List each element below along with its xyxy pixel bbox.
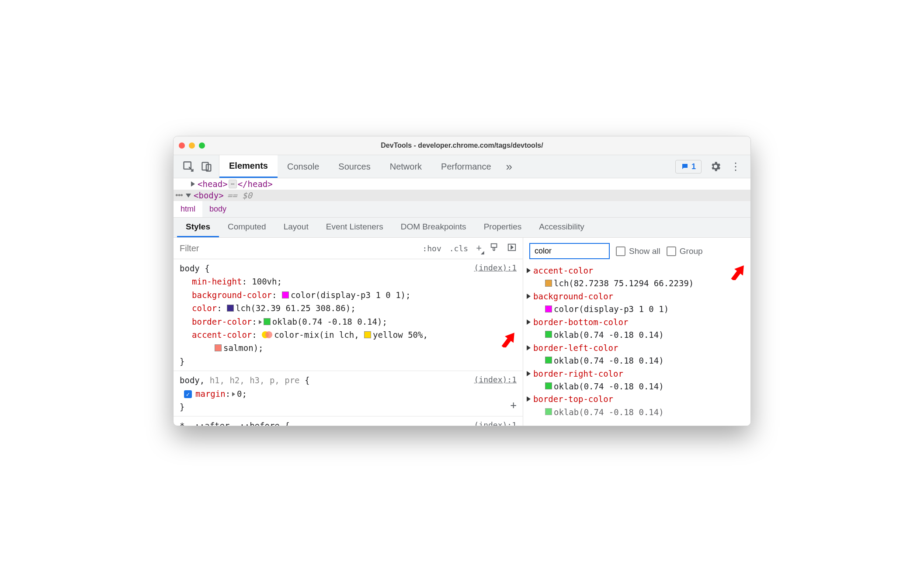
rule-source-link[interactable]: (index):1: [474, 262, 517, 274]
computed-filter-input[interactable]: [529, 243, 610, 259]
rule-selector[interactable]: *, ::after, ::before {: [180, 419, 517, 426]
color-swatch-icon[interactable]: [364, 331, 371, 338]
css-property[interactable]: background-color: color(display-p3 1 0 1…: [180, 288, 517, 302]
more-tabs-chevron-icon[interactable]: »: [501, 155, 518, 178]
rule-source-link[interactable]: (index):1: [474, 374, 517, 386]
expand-triangle-icon[interactable]: [527, 268, 531, 273]
svg-rect-1: [202, 163, 208, 170]
expand-triangle-icon[interactable]: [527, 319, 531, 325]
color-swatch-icon[interactable]: [227, 305, 234, 312]
computed-property[interactable]: border-right-color oklab(0.74 -0.18 0.14…: [526, 368, 748, 393]
tab-sources[interactable]: Sources: [329, 155, 380, 178]
computed-list[interactable]: accent-color lch(82.7238 75.1294 66.2239…: [523, 264, 750, 426]
tab-performance[interactable]: Performance: [431, 155, 501, 178]
computed-property[interactable]: border-top-color oklab(0.74 -0.18 0.14): [526, 393, 748, 419]
device-toggle-icon[interactable]: [201, 160, 213, 173]
computed-property[interactable]: border-left-color oklab(0.74 -0.18 0.14): [526, 342, 748, 368]
tab-elements[interactable]: Elements: [219, 155, 278, 178]
styles-tools: :hov .cls +◢: [416, 243, 523, 254]
expand-triangle-icon[interactable]: [527, 371, 531, 376]
collapse-triangle-icon[interactable]: [186, 194, 191, 198]
show-all-checkbox[interactable]: Show all: [616, 246, 660, 256]
css-property[interactable]: min-height: 100vh;: [180, 275, 517, 288]
css-rule[interactable]: (index):1 *, ::after, ::before {: [174, 416, 523, 426]
breadcrumb-html[interactable]: html: [174, 201, 202, 217]
css-property-continuation[interactable]: salmon);: [180, 341, 517, 354]
color-swatch-icon[interactable]: [545, 331, 552, 338]
cls-toggle[interactable]: .cls: [449, 244, 468, 253]
color-swatch-icon[interactable]: [264, 318, 271, 325]
expand-triangle-icon[interactable]: [527, 345, 531, 350]
minimize-window-button[interactable]: [189, 142, 195, 149]
mac-titlebar: DevTools - developer.chrome.com/tags/dev…: [174, 136, 750, 155]
panes: :hov .cls +◢ (index):1 body { min-heigh: [174, 238, 750, 426]
close-window-button[interactable]: [179, 142, 185, 149]
subtab-accessibility[interactable]: Accessibility: [530, 218, 593, 237]
computed-property[interactable]: background-color color(display-p3 1 0 1): [526, 290, 748, 316]
styles-filter-row: :hov .cls +◢: [174, 238, 523, 259]
color-swatch-icon[interactable]: [545, 280, 552, 287]
paint-brush-icon[interactable]: [490, 243, 499, 254]
annotation-arrow-icon: [498, 329, 517, 347]
computed-property[interactable]: accent-color lch(82.7238 75.1294 66.2239…: [526, 264, 748, 290]
dom-node-body-selected[interactable]: <body> == $0: [174, 190, 750, 201]
computed-property[interactable]: border-bottom-color oklab(0.74 -0.18 0.1…: [526, 316, 748, 342]
computed-filter-row: Show all Group: [523, 238, 750, 264]
color-swatch-icon[interactable]: [545, 357, 552, 364]
issues-count: 1: [691, 162, 696, 171]
kebab-menu-icon[interactable]: ⋮: [729, 160, 742, 173]
expand-triangle-icon[interactable]: [527, 294, 531, 299]
hov-toggle[interactable]: :hov: [422, 244, 441, 253]
subtab-styles[interactable]: Styles: [177, 218, 219, 237]
main-toolbar: Elements Console Sources Network Perform…: [174, 155, 750, 178]
color-swatch-icon[interactable]: [215, 344, 222, 351]
styles-pane: :hov .cls +◢ (index):1 body { min-heigh: [174, 238, 523, 426]
rule-selector[interactable]: body {: [180, 262, 517, 275]
rule-source-link[interactable]: (index):1: [474, 419, 517, 426]
computed-panel-icon[interactable]: [507, 243, 517, 254]
expand-triangle-icon[interactable]: [232, 392, 235, 396]
subtab-dom-breakpoints[interactable]: DOM Breakpoints: [392, 218, 475, 237]
settings-gear-icon[interactable]: [709, 160, 722, 173]
color-mix-swatch-icon[interactable]: [262, 331, 272, 339]
subtab-computed[interactable]: Computed: [219, 218, 275, 237]
breadcrumb-body[interactable]: body: [202, 201, 233, 217]
tab-network[interactable]: Network: [380, 155, 431, 178]
css-property[interactable]: accent-color: color-mix(in lch, yellow 5…: [180, 328, 517, 341]
dom-node-head[interactable]: <head> ⋯ </head>: [174, 178, 750, 190]
color-swatch-icon[interactable]: [282, 291, 289, 298]
expand-triangle-icon[interactable]: [527, 396, 531, 402]
inspect-icon[interactable]: [182, 160, 195, 173]
zoom-window-button[interactable]: [199, 142, 205, 149]
rule-selector[interactable]: body, h1, h2, h3, p, pre {: [180, 374, 517, 387]
color-swatch-icon[interactable]: [545, 408, 552, 415]
styles-filter-input[interactable]: [174, 243, 416, 253]
dom-tree[interactable]: <head> ⋯ </head> <body> == $0: [174, 178, 750, 201]
sidebar-tabs: Styles Computed Layout Event Listeners D…: [174, 218, 750, 238]
css-property[interactable]: border-color:oklab(0.74 -0.18 0.14);: [180, 315, 517, 328]
toolbar-right: 1 ⋮: [669, 160, 748, 173]
computed-pane: Show all Group accent-color lch(82.7238 …: [523, 238, 750, 426]
ellipsis-icon[interactable]: ⋯: [229, 180, 237, 188]
new-rule-plus-icon[interactable]: +◢: [476, 243, 482, 254]
subtab-properties[interactable]: Properties: [475, 218, 531, 237]
subtab-layout[interactable]: Layout: [275, 218, 317, 237]
css-property[interactable]: ✓margin:0;: [180, 387, 517, 400]
main-tabs: Elements Console Sources Network Perform…: [219, 155, 518, 178]
group-checkbox[interactable]: Group: [667, 246, 703, 256]
tab-console[interactable]: Console: [278, 155, 329, 178]
styles-body[interactable]: (index):1 body { min-height: 100vh; back…: [174, 259, 523, 426]
subtab-event-listeners[interactable]: Event Listeners: [317, 218, 392, 237]
color-swatch-icon[interactable]: [545, 382, 552, 389]
expand-triangle-icon[interactable]: [191, 181, 195, 187]
css-rule[interactable]: (index):1 body { min-height: 100vh; back…: [174, 259, 523, 371]
issues-badge[interactable]: 1: [675, 160, 702, 173]
css-rule[interactable]: (index):1 body, h1, h2, h3, p, pre { ✓ma…: [174, 371, 523, 416]
expand-triangle-icon[interactable]: [259, 320, 262, 324]
window-title: DevTools - developer.chrome.com/tags/dev…: [205, 142, 719, 149]
color-swatch-icon[interactable]: [545, 305, 552, 312]
add-property-plus-icon[interactable]: +: [511, 397, 517, 413]
rule-close-brace: }: [180, 355, 517, 368]
checkbox-checked-icon[interactable]: ✓: [184, 390, 192, 398]
css-property[interactable]: color: lch(32.39 61.25 308.86);: [180, 302, 517, 315]
